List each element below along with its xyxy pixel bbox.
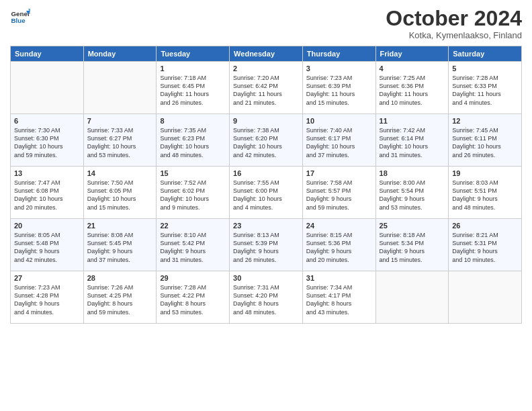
week-row-3: 13Sunrise: 7:47 AM Sunset: 6:08 PM Dayli… (11, 167, 522, 219)
col-tuesday: Tuesday (157, 46, 230, 62)
day-info: Sunrise: 8:10 AM Sunset: 5:42 PM Dayligh… (160, 231, 226, 264)
week-row-4: 20Sunrise: 8:05 AM Sunset: 5:48 PM Dayli… (11, 219, 522, 271)
month-title: October 2024 (386, 7, 522, 30)
day-info: Sunrise: 8:15 AM Sunset: 5:36 PM Dayligh… (306, 231, 372, 264)
day-info: Sunrise: 8:08 AM Sunset: 5:45 PM Dayligh… (87, 231, 153, 264)
day-info: Sunrise: 7:42 AM Sunset: 6:14 PM Dayligh… (380, 126, 445, 159)
day-cell: 12Sunrise: 7:45 AM Sunset: 6:11 PM Dayli… (449, 114, 522, 167)
day-info: Sunrise: 7:52 AM Sunset: 6:02 PM Dayligh… (160, 179, 226, 212)
day-cell: 13Sunrise: 7:47 AM Sunset: 6:08 PM Dayli… (11, 167, 84, 219)
day-cell: 10Sunrise: 7:40 AM Sunset: 6:17 PM Dayli… (302, 114, 375, 167)
calendar-page: General Blue October 2024 Kotka, Kymenla… (0, 0, 532, 411)
day-cell: 1Sunrise: 7:18 AM Sunset: 6:45 PM Daylig… (157, 62, 230, 114)
day-info: Sunrise: 7:55 AM Sunset: 6:00 PM Dayligh… (233, 179, 299, 212)
day-number: 1 (160, 64, 226, 73)
day-number: 17 (306, 169, 372, 177)
day-cell: 18Sunrise: 8:00 AM Sunset: 5:54 PM Dayli… (375, 167, 449, 219)
day-info: Sunrise: 7:20 AM Sunset: 6:42 PM Dayligh… (233, 74, 299, 107)
day-info: Sunrise: 7:23 AM Sunset: 4:28 PM Dayligh… (14, 283, 80, 316)
logo: General Blue (10, 7, 30, 27)
day-cell: 7Sunrise: 7:33 AM Sunset: 6:27 PM Daylig… (83, 114, 157, 167)
col-sunday: Sunday (11, 46, 84, 62)
day-info: Sunrise: 7:28 AM Sunset: 6:33 PM Dayligh… (452, 74, 518, 107)
day-cell: 9Sunrise: 7:38 AM Sunset: 6:20 PM Daylig… (230, 114, 303, 167)
day-number: 14 (87, 169, 153, 177)
day-info: Sunrise: 7:30 AM Sunset: 6:30 PM Dayligh… (14, 126, 80, 159)
day-cell (11, 62, 84, 114)
day-cell: 11Sunrise: 7:42 AM Sunset: 6:14 PM Dayli… (375, 114, 449, 167)
day-cell: 24Sunrise: 8:15 AM Sunset: 5:36 PM Dayli… (302, 219, 375, 271)
day-info: Sunrise: 7:50 AM Sunset: 6:05 PM Dayligh… (87, 179, 153, 212)
day-cell (83, 62, 157, 114)
day-number: 25 (380, 222, 445, 230)
day-number: 6 (14, 117, 80, 125)
day-cell: 2Sunrise: 7:20 AM Sunset: 6:42 PM Daylig… (230, 62, 303, 114)
logo-icon: General Blue (10, 7, 30, 27)
day-number: 5 (452, 64, 518, 73)
day-info: Sunrise: 7:40 AM Sunset: 6:17 PM Dayligh… (306, 126, 372, 159)
day-info: Sunrise: 7:23 AM Sunset: 6:39 PM Dayligh… (306, 74, 372, 107)
day-cell: 5Sunrise: 7:28 AM Sunset: 6:33 PM Daylig… (449, 62, 522, 114)
day-cell: 4Sunrise: 7:25 AM Sunset: 6:36 PM Daylig… (375, 62, 449, 114)
day-number: 23 (233, 222, 299, 230)
day-cell: 14Sunrise: 7:50 AM Sunset: 6:05 PM Dayli… (83, 167, 157, 219)
day-number: 7 (87, 117, 153, 125)
day-cell: 25Sunrise: 8:18 AM Sunset: 5:34 PM Dayli… (375, 219, 449, 271)
week-row-1: 1Sunrise: 7:18 AM Sunset: 6:45 PM Daylig… (11, 62, 522, 114)
day-number: 26 (452, 222, 518, 230)
day-number: 11 (380, 117, 445, 125)
day-info: Sunrise: 7:47 AM Sunset: 6:08 PM Dayligh… (14, 179, 80, 212)
day-number: 2 (233, 64, 299, 73)
col-thursday: Thursday (302, 46, 375, 62)
day-number: 21 (87, 222, 153, 230)
calendar-table: Sunday Monday Tuesday Wednesday Thursday… (10, 46, 522, 324)
day-cell: 21Sunrise: 8:08 AM Sunset: 5:45 PM Dayli… (83, 219, 157, 271)
day-number: 22 (160, 222, 226, 230)
day-cell: 28Sunrise: 7:26 AM Sunset: 4:25 PM Dayli… (83, 271, 157, 324)
day-info: Sunrise: 7:34 AM Sunset: 4:17 PM Dayligh… (306, 283, 372, 316)
day-number: 18 (380, 169, 445, 177)
location: Kotka, Kymenlaakso, Finland (386, 30, 522, 40)
day-cell: 30Sunrise: 7:31 AM Sunset: 4:20 PM Dayli… (230, 271, 303, 324)
day-number: 19 (452, 169, 518, 177)
day-info: Sunrise: 7:33 AM Sunset: 6:27 PM Dayligh… (87, 126, 153, 159)
day-number: 8 (160, 117, 226, 125)
day-info: Sunrise: 7:31 AM Sunset: 4:20 PM Dayligh… (233, 283, 299, 316)
day-cell: 3Sunrise: 7:23 AM Sunset: 6:39 PM Daylig… (302, 62, 375, 114)
day-cell: 15Sunrise: 7:52 AM Sunset: 6:02 PM Dayli… (157, 167, 230, 219)
day-info: Sunrise: 7:25 AM Sunset: 6:36 PM Dayligh… (380, 74, 445, 107)
day-cell (449, 271, 522, 324)
day-number: 30 (233, 274, 299, 282)
day-info: Sunrise: 7:58 AM Sunset: 5:57 PM Dayligh… (306, 179, 372, 212)
day-info: Sunrise: 7:38 AM Sunset: 6:20 PM Dayligh… (233, 126, 299, 159)
day-cell: 19Sunrise: 8:03 AM Sunset: 5:51 PM Dayli… (449, 167, 522, 219)
day-cell: 20Sunrise: 8:05 AM Sunset: 5:48 PM Dayli… (11, 219, 84, 271)
day-info: Sunrise: 8:18 AM Sunset: 5:34 PM Dayligh… (380, 231, 445, 264)
col-wednesday: Wednesday (230, 46, 303, 62)
day-number: 20 (14, 222, 80, 230)
day-number: 10 (306, 117, 372, 125)
header-row: Sunday Monday Tuesday Wednesday Thursday… (11, 46, 522, 62)
day-cell (375, 271, 449, 324)
day-number: 29 (160, 274, 226, 282)
day-cell: 31Sunrise: 7:34 AM Sunset: 4:17 PM Dayli… (302, 271, 375, 324)
day-number: 31 (306, 274, 372, 282)
col-monday: Monday (83, 46, 157, 62)
svg-text:Blue: Blue (11, 17, 26, 24)
week-row-2: 6Sunrise: 7:30 AM Sunset: 6:30 PM Daylig… (11, 114, 522, 167)
day-number: 4 (380, 64, 445, 73)
day-info: Sunrise: 7:35 AM Sunset: 6:23 PM Dayligh… (160, 126, 226, 159)
day-info: Sunrise: 8:13 AM Sunset: 5:39 PM Dayligh… (233, 231, 299, 264)
day-number: 9 (233, 117, 299, 125)
week-row-5: 27Sunrise: 7:23 AM Sunset: 4:28 PM Dayli… (11, 271, 522, 324)
day-info: Sunrise: 7:26 AM Sunset: 4:25 PM Dayligh… (87, 283, 153, 316)
day-info: Sunrise: 8:00 AM Sunset: 5:54 PM Dayligh… (380, 179, 445, 212)
day-number: 15 (160, 169, 226, 177)
title-block: October 2024 Kotka, Kymenlaakso, Finland (386, 7, 522, 40)
day-number: 28 (87, 274, 153, 282)
day-cell: 8Sunrise: 7:35 AM Sunset: 6:23 PM Daylig… (157, 114, 230, 167)
day-cell: 16Sunrise: 7:55 AM Sunset: 6:00 PM Dayli… (230, 167, 303, 219)
day-cell: 29Sunrise: 7:28 AM Sunset: 4:22 PM Dayli… (157, 271, 230, 324)
day-number: 24 (306, 222, 372, 230)
day-info: Sunrise: 7:45 AM Sunset: 6:11 PM Dayligh… (452, 126, 518, 159)
